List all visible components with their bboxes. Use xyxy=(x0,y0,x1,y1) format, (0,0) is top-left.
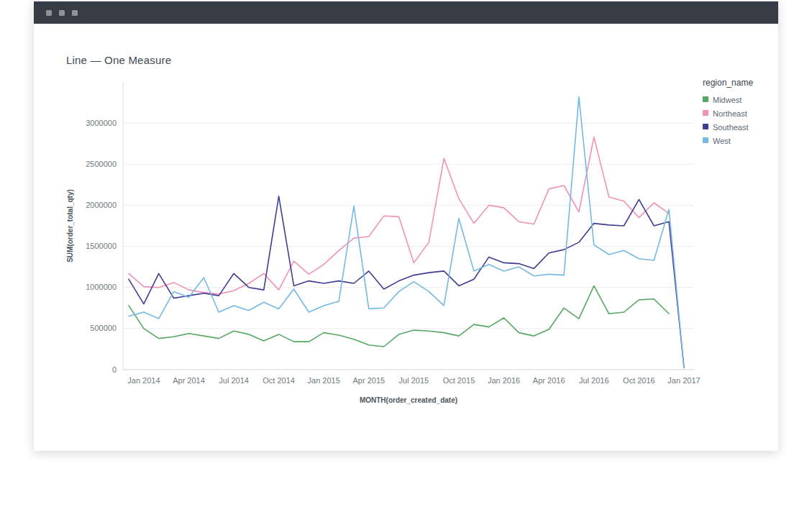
legend-item[interactable]: West xyxy=(703,137,778,145)
svg-text:2000000: 2000000 xyxy=(86,201,117,209)
svg-text:Jan 2015: Jan 2015 xyxy=(308,376,340,385)
window-control-icon[interactable] xyxy=(59,10,65,16)
svg-text:Apr 2016: Apr 2016 xyxy=(533,376,565,385)
legend-label: Midwest xyxy=(713,96,742,104)
svg-text:Jan 2017: Jan 2017 xyxy=(667,376,700,385)
svg-text:Oct 2015: Oct 2015 xyxy=(443,376,475,385)
svg-text:Oct 2014: Oct 2014 xyxy=(263,376,295,385)
svg-text:SUM(order_total_qty): SUM(order_total_qty) xyxy=(66,189,74,262)
legend-swatch xyxy=(703,124,708,129)
chart-row: 0500000100000015000002000000250000030000… xyxy=(34,70,778,408)
svg-text:3000000: 3000000 xyxy=(86,119,117,127)
legend-item[interactable]: Northeast xyxy=(703,109,778,118)
svg-text:2500000: 2500000 xyxy=(86,160,117,168)
legend-label: Northeast xyxy=(713,109,747,118)
window-control-icon[interactable] xyxy=(46,10,52,16)
svg-text:MONTH(order_created_date): MONTH(order_created_date) xyxy=(360,396,457,404)
svg-text:1000000: 1000000 xyxy=(86,283,117,291)
legend-title: region_name xyxy=(703,78,778,88)
legend-item[interactable]: Southeast xyxy=(703,123,778,132)
svg-text:Apr 2014: Apr 2014 xyxy=(173,376,205,385)
legend-label: West xyxy=(713,137,731,145)
chart-title: Line — One Measure xyxy=(66,54,778,66)
svg-text:Jul 2015: Jul 2015 xyxy=(399,376,429,385)
window-control-icon[interactable] xyxy=(72,10,78,16)
app-window: Line — One Measure 050000010000001500000… xyxy=(34,1,778,451)
svg-text:Apr 2015: Apr 2015 xyxy=(352,376,385,385)
svg-text:Jan 2016: Jan 2016 xyxy=(488,376,520,385)
svg-text:Jul 2016: Jul 2016 xyxy=(579,376,609,385)
chart-panel: Line — One Measure 050000010000001500000… xyxy=(34,24,778,451)
line-chart[interactable]: 0500000100000015000002000000250000030000… xyxy=(63,70,703,408)
svg-text:1500000: 1500000 xyxy=(86,242,117,250)
svg-text:Jan 2014: Jan 2014 xyxy=(127,376,160,385)
legend-label: Southeast xyxy=(713,123,749,132)
legend-swatch xyxy=(703,110,708,116)
legend-swatch xyxy=(703,137,708,143)
legend: region_name Midwest Northeast Southeast … xyxy=(703,70,778,150)
svg-text:Oct 2016: Oct 2016 xyxy=(623,376,655,385)
svg-text:0: 0 xyxy=(112,365,117,374)
svg-text:Jul 2014: Jul 2014 xyxy=(219,376,249,385)
legend-swatch xyxy=(703,96,708,102)
legend-item[interactable]: Midwest xyxy=(703,96,778,104)
window-titlebar xyxy=(34,1,778,24)
svg-text:500000: 500000 xyxy=(90,324,117,332)
